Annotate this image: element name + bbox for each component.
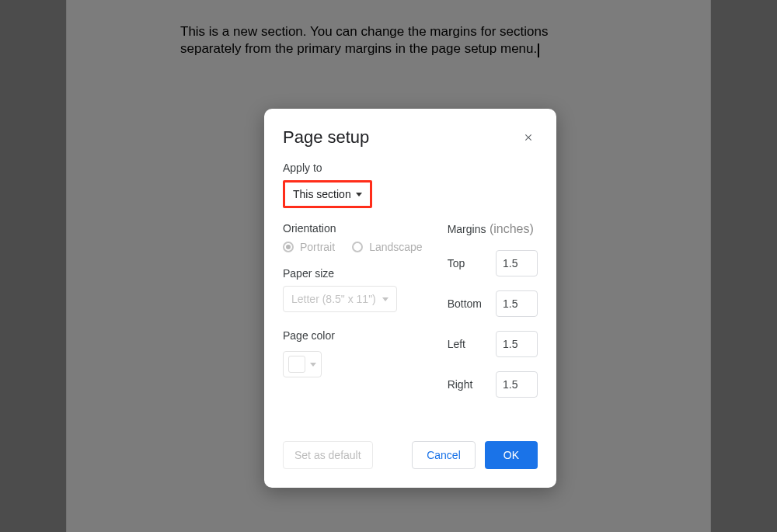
page-setup-dialog: Page setup Apply to This section Orienta… <box>264 109 556 488</box>
apply-to-value: This section <box>293 188 351 200</box>
chevron-down-icon <box>356 193 362 196</box>
margin-bottom-label: Bottom <box>448 297 482 310</box>
chevron-down-icon <box>310 363 316 367</box>
margins-unit: (inches) <box>490 222 534 235</box>
paper-size-select[interactable]: Letter (8.5" x 11") <box>283 286 397 312</box>
dialog-title: Page setup <box>283 127 369 148</box>
dialog-columns: Orientation Portrait Landscape Paper siz… <box>283 222 538 398</box>
dialog-header: Page setup <box>283 127 538 148</box>
margins-label: Margins <box>448 223 486 235</box>
orientation-portrait-radio[interactable]: Portrait <box>283 241 335 253</box>
close-icon <box>523 132 534 143</box>
margin-left-row: Left <box>448 331 538 357</box>
footer-actions: Cancel OK <box>412 441 538 469</box>
orientation-group: Portrait Landscape <box>283 241 423 253</box>
apply-to-label: Apply to <box>283 162 538 174</box>
orientation-portrait-label: Portrait <box>300 241 335 253</box>
page-color-select[interactable] <box>283 351 322 377</box>
margin-top-input[interactable] <box>496 250 538 276</box>
color-swatch-icon <box>288 356 305 373</box>
cancel-button[interactable]: Cancel <box>412 441 476 469</box>
margin-bottom-row: Bottom <box>448 290 538 317</box>
orientation-landscape-label: Landscape <box>369 241 423 253</box>
margin-right-label: Right <box>448 378 473 391</box>
margins-heading: Margins (inches) <box>448 222 538 236</box>
apply-to-select[interactable]: This section <box>283 180 372 208</box>
radio-selected-icon <box>283 242 294 252</box>
left-column: Orientation Portrait Landscape Paper siz… <box>283 222 423 398</box>
margin-right-row: Right <box>448 371 538 398</box>
margin-right-input[interactable] <box>496 371 538 398</box>
margin-bottom-input[interactable] <box>496 290 538 317</box>
close-button[interactable] <box>519 128 538 147</box>
margin-left-input[interactable] <box>496 331 538 357</box>
ok-button[interactable]: OK <box>485 441 538 469</box>
dialog-footer: Set as default Cancel OK <box>283 441 538 469</box>
margin-top-label: Top <box>448 257 465 269</box>
orientation-landscape-radio[interactable]: Landscape <box>352 241 423 253</box>
page-color-label: Page color <box>283 329 423 342</box>
set-as-default-button[interactable]: Set as default <box>283 441 373 469</box>
paper-size-value: Letter (8.5" x 11") <box>291 293 376 305</box>
paper-size-label: Paper size <box>283 267 423 280</box>
radio-unselected-icon <box>352 242 363 252</box>
right-column: Margins (inches) Top Bottom Left Right <box>448 222 538 398</box>
chevron-down-icon <box>382 297 388 301</box>
margin-top-row: Top <box>448 250 538 276</box>
orientation-label: Orientation <box>283 222 423 235</box>
margin-left-label: Left <box>448 338 465 350</box>
